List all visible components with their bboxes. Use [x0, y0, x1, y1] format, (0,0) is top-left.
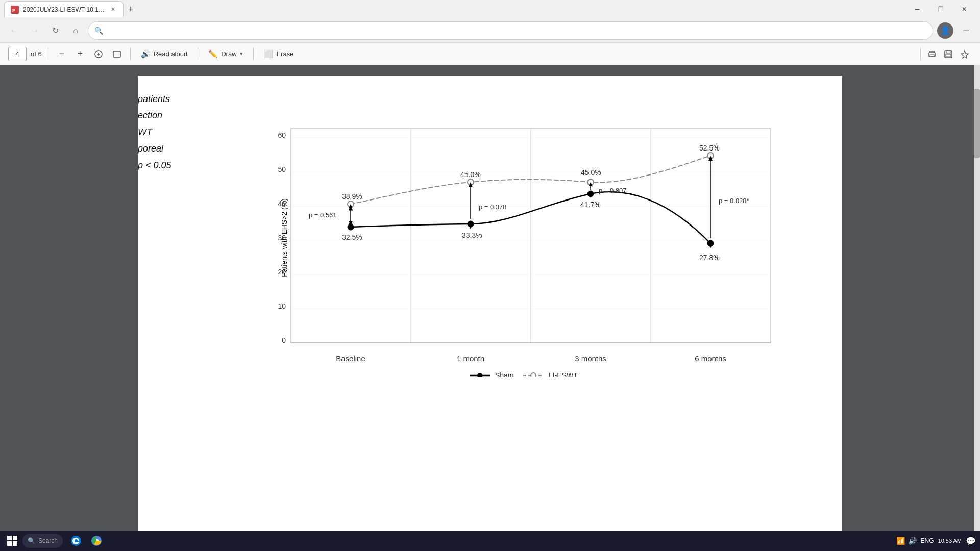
address-bar[interactable]: 🔍: [88, 21, 933, 40]
chart-area: Patients with EHS>2 (%) 0 10 20 30 40 50…: [271, 91, 801, 377]
address-input[interactable]: [107, 27, 926, 35]
toolbar-separator-1: [48, 48, 48, 60]
new-tab-button[interactable]: +: [124, 2, 138, 16]
sidebar-line-4: poreal: [138, 140, 172, 157]
sidebar-line-1: patients: [138, 91, 172, 107]
home-button[interactable]: ⌂: [67, 22, 84, 39]
taskbar: 🔍 Search 📶 🔊 ENG 10:53 AM 💬: [0, 531, 980, 551]
search-icon: 🔍: [94, 27, 103, 35]
lieswt-label-baseline: 38.9%: [342, 192, 362, 201]
tab-close-button[interactable]: ✕: [109, 6, 117, 14]
tab-title: 2020JULY23-LI-ESWT-10.1007@...: [23, 6, 105, 13]
read-aloud-icon: 🔊: [141, 49, 151, 59]
page-total: of 6: [31, 50, 42, 58]
vertical-scrollbar[interactable]: [974, 65, 980, 531]
start-button[interactable]: [4, 533, 20, 549]
pdf-content-area: patients ection WT poreal p < 0.05 Patie…: [0, 65, 980, 531]
draw-label: Draw: [221, 50, 236, 58]
read-aloud-label: Read aloud: [154, 50, 188, 58]
svg-rect-43: [7, 536, 12, 540]
x-label-baseline: Baseline: [336, 354, 365, 363]
page-number-input[interactable]: 4: [8, 47, 27, 61]
toolbar-separator-5: [920, 48, 921, 60]
taskbar-right: 📶 🔊 ENG 10:53 AM 💬: [896, 536, 976, 546]
fit-page-button[interactable]: [91, 47, 106, 61]
navigation-bar: ← → ↻ ⌂ 🔍 👤 ···: [0, 18, 980, 43]
p-value-month1: p = 0.378: [479, 203, 507, 211]
scrollbar-thumb[interactable]: [974, 89, 980, 159]
svg-rect-45: [7, 541, 12, 546]
chart-container: Patients with EHS>2 (%) 0 10 20 30 40 50…: [240, 86, 801, 524]
title-bar: P 2020JULY23-LI-ESWT-10.1007@... ✕ + ─ ❐…: [0, 0, 980, 18]
print-button[interactable]: [925, 47, 939, 61]
edge-icon: [70, 535, 82, 546]
network-icon: 📶: [896, 537, 905, 545]
legend-lieswt-label: LI-ESWT: [549, 371, 578, 377]
close-button[interactable]: ✕: [952, 0, 976, 18]
lieswt-label-month1: 45.0%: [460, 170, 481, 179]
legend-sham-label: Sham: [495, 371, 514, 377]
back-button[interactable]: ←: [6, 22, 22, 39]
save-icon: [944, 49, 953, 59]
svg-rect-46: [13, 541, 17, 546]
windows-icon: [7, 536, 17, 546]
sham-label-month6: 27.8%: [699, 254, 720, 262]
window-controls: ─ ❐ ✕: [905, 0, 976, 18]
svg-text:60: 60: [278, 131, 286, 139]
taskbar-search[interactable]: 🔍 Search: [22, 534, 63, 548]
active-tab[interactable]: P 2020JULY23-LI-ESWT-10.1007@... ✕: [4, 1, 124, 17]
draw-icon: ✏️: [208, 49, 218, 59]
pdf-toolbar: 4 of 6 − + 🔊 Read aloud ✏️ Draw ▾ ⬜ Eras…: [0, 43, 980, 65]
taskbar-chrome-app[interactable]: [87, 532, 106, 550]
refresh-button[interactable]: ↻: [47, 22, 63, 39]
p-value-month6: p = 0.028*: [719, 197, 749, 205]
sidebar-line-3: WT: [138, 124, 172, 140]
svg-text:50: 50: [278, 165, 286, 173]
save-button[interactable]: [941, 47, 955, 61]
x-label-month1: 1 month: [457, 354, 484, 363]
zoom-out-button[interactable]: −: [55, 47, 69, 61]
sidebar-line-2: ection: [138, 107, 172, 123]
chart-svg: 0 10 20 30 40 50 60: [271, 91, 781, 377]
draw-chevron-icon: ▾: [240, 51, 243, 57]
svg-rect-44: [13, 536, 17, 540]
taskbar-system-icons: 📶 🔊: [896, 537, 917, 545]
svg-text:0: 0: [282, 336, 286, 344]
x-label-month6: 6 months: [695, 354, 726, 363]
taskbar-search-icon: 🔍: [28, 537, 35, 544]
profile-button[interactable]: 👤: [937, 22, 953, 39]
view-icon: [112, 49, 121, 59]
maximize-button[interactable]: ❐: [929, 0, 952, 18]
more-options-button[interactable]: ···: [958, 22, 974, 39]
erase-button[interactable]: ⬜ Erase: [260, 46, 298, 62]
sidebar-line-5: p < 0.05: [138, 157, 172, 173]
pin-button[interactable]: [958, 47, 972, 61]
sham-label-month3: 41.7%: [580, 201, 601, 209]
chrome-icon: [91, 535, 102, 546]
tab-bar: P 2020JULY23-LI-ESWT-10.1007@... ✕ +: [4, 0, 138, 18]
toolbar-separator-2: [130, 48, 131, 60]
svg-text:P: P: [12, 8, 15, 13]
view-mode-button[interactable]: [110, 47, 124, 61]
p-value-baseline: p = 0.561: [309, 211, 337, 219]
pdf-page: patients ection WT poreal p < 0.05 Patie…: [138, 76, 842, 531]
taskbar-edge-app[interactable]: [67, 532, 85, 550]
sham-label-month1: 33.3%: [462, 231, 482, 239]
svg-rect-3: [113, 51, 120, 57]
taskbar-search-placeholder: Search: [38, 537, 58, 544]
sham-label-baseline: 32.5%: [342, 233, 362, 241]
profile-icon: 👤: [940, 26, 950, 35]
draw-button[interactable]: ✏️ Draw ▾: [204, 46, 247, 62]
minimize-button[interactable]: ─: [905, 0, 929, 18]
fit-icon: [94, 49, 103, 59]
print-icon: [927, 49, 937, 59]
taskbar-clock[interactable]: 10:53 AM: [938, 538, 962, 544]
svg-text:10: 10: [278, 302, 286, 310]
zoom-in-button[interactable]: +: [73, 47, 87, 61]
toolbar-right-section: [918, 47, 972, 61]
notification-icon[interactable]: 💬: [966, 536, 976, 546]
forward-button[interactable]: →: [27, 22, 43, 39]
pin-icon: [960, 49, 969, 59]
read-aloud-button[interactable]: 🔊 Read aloud: [137, 46, 192, 62]
lieswt-label-month6: 52.5%: [699, 144, 720, 152]
